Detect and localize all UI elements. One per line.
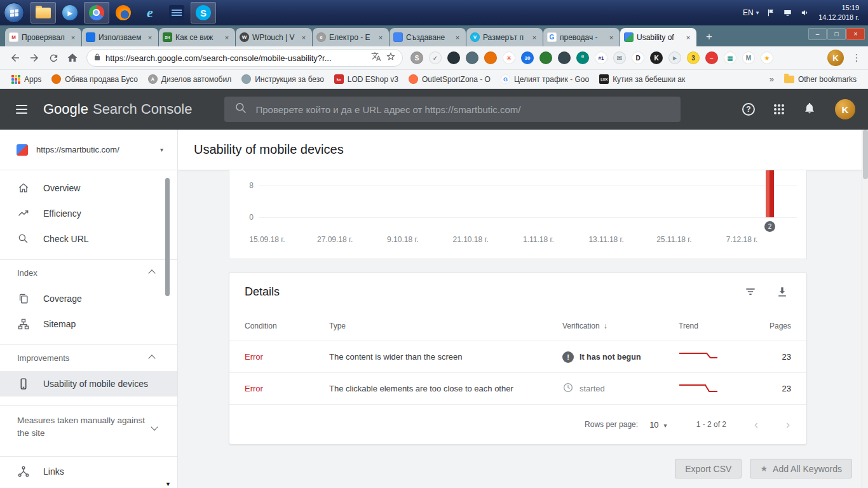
extension-icon-green-dot[interactable] bbox=[539, 51, 552, 64]
hamburger-menu-icon[interactable] bbox=[9, 97, 34, 122]
extension-icon-stop[interactable]: − bbox=[705, 51, 718, 64]
tab-close-icon[interactable] bbox=[607, 33, 616, 42]
action-center-flag-icon[interactable] bbox=[766, 8, 775, 17]
bookmark-item[interactable]: A Дизелов автомобил bbox=[143, 74, 236, 84]
extension-icon-s[interactable]: S bbox=[410, 51, 423, 64]
extension-icon-dark-circle[interactable] bbox=[447, 51, 460, 64]
error-bar[interactable] bbox=[766, 170, 774, 217]
caret-down-icon[interactable] bbox=[664, 422, 667, 429]
sidebar-item-links[interactable]: Links bbox=[0, 456, 177, 487]
sidebar-section-improvements[interactable]: Improvements bbox=[0, 344, 177, 371]
volume-icon[interactable] bbox=[800, 8, 810, 17]
translate-icon[interactable] bbox=[371, 51, 381, 64]
extension-icon-calendar-30[interactable]: 30 bbox=[521, 51, 534, 64]
notifications-bell-icon[interactable] bbox=[803, 102, 816, 117]
browser-tab-3[interactable]: SH Как се виж bbox=[159, 28, 235, 46]
bookmark-item[interactable]: Обява продава Бусо bbox=[46, 74, 142, 84]
extension-icon-hash-1[interactable]: #1 bbox=[595, 51, 607, 64]
sidebar-scroll-down-icon[interactable] bbox=[165, 481, 171, 487]
browser-menu-icon[interactable] bbox=[851, 52, 862, 64]
extension-icon-orange[interactable] bbox=[484, 51, 497, 64]
extension-icon-d[interactable]: D bbox=[632, 51, 644, 64]
column-header-trend[interactable]: Trend bbox=[679, 322, 768, 330]
tab-close-icon[interactable] bbox=[146, 33, 154, 42]
extension-icon-badge-3[interactable]: 3 bbox=[687, 51, 700, 64]
table-row[interactable]: Error The content is wider than the scre… bbox=[229, 341, 806, 373]
sidebar-item-mobile-usability[interactable]: Usability of mobile devices bbox=[0, 371, 177, 396]
new-tab-button[interactable] bbox=[700, 29, 719, 45]
page-scrollbar-thumb[interactable] bbox=[863, 130, 868, 179]
next-page-icon[interactable] bbox=[786, 418, 790, 431]
sidebar-item-overview[interactable]: Overview bbox=[0, 175, 177, 201]
extension-icon-screen[interactable] bbox=[466, 51, 478, 64]
bookmark-item[interactable]: kn LOD EShop v3 bbox=[329, 74, 403, 84]
browser-profile-avatar[interactable]: K bbox=[827, 50, 844, 66]
taskbar-skype-button[interactable]: S bbox=[191, 2, 216, 24]
extension-icon-grid[interactable]: ▦ bbox=[724, 51, 736, 64]
browser-tab-5[interactable]: e Електро - Е bbox=[313, 28, 389, 46]
bookmarks-overflow-icon[interactable] bbox=[764, 74, 779, 84]
filter-icon[interactable] bbox=[743, 284, 758, 299]
back-button[interactable] bbox=[6, 49, 24, 67]
tab-close-icon[interactable] bbox=[453, 33, 462, 42]
gsc-search-input[interactable] bbox=[256, 104, 670, 115]
forward-button[interactable] bbox=[25, 49, 43, 67]
extension-icon-play[interactable]: ▶ bbox=[668, 51, 681, 64]
tab-close-icon[interactable] bbox=[530, 33, 539, 42]
minimize-button[interactable] bbox=[808, 28, 827, 40]
sidebar-section-index[interactable]: Index bbox=[0, 259, 177, 286]
sidebar-item-sitemap[interactable]: Sitemap bbox=[0, 311, 177, 337]
rows-per-page-value[interactable]: 10 bbox=[649, 420, 658, 430]
browser-tab-google[interactable]: G преводач - bbox=[543, 28, 620, 46]
column-header-verification[interactable]: Verification bbox=[562, 322, 679, 330]
address-bar[interactable]: https://search.google.com/search-console… bbox=[86, 49, 403, 67]
home-button[interactable] bbox=[64, 49, 81, 67]
extension-icon-tv[interactable] bbox=[558, 51, 571, 64]
extension-icon-check[interactable]: ✓ bbox=[429, 51, 442, 64]
column-header-type[interactable]: Type bbox=[329, 322, 562, 330]
gsc-account-avatar[interactable]: K bbox=[835, 99, 855, 119]
browser-tab-2[interactable]: Използваем bbox=[82, 28, 158, 46]
sidebar-item-efficiency[interactable]: Efficiency bbox=[0, 201, 177, 226]
extension-icon-k[interactable]: K bbox=[650, 51, 663, 64]
extension-icon-mail[interactable]: ✉ bbox=[613, 51, 626, 64]
extension-icon-m[interactable]: M bbox=[742, 51, 755, 64]
extension-icon-star[interactable]: ★ bbox=[761, 51, 773, 64]
export-csv-button[interactable]: Export CSV bbox=[675, 459, 742, 478]
tab-close-icon[interactable] bbox=[222, 33, 231, 42]
tab-close-icon[interactable] bbox=[684, 33, 693, 42]
browser-tab-wordpress[interactable]: W WPtouch | V bbox=[236, 28, 312, 46]
table-row[interactable]: Error The clickable elements are too clo… bbox=[229, 373, 806, 405]
browser-tab-6[interactable]: Създаване bbox=[390, 28, 466, 46]
column-header-pages[interactable]: Pages bbox=[768, 322, 791, 330]
taskbar-ie-button[interactable]: e bbox=[137, 2, 163, 24]
taskbar-remote-app-button[interactable] bbox=[164, 2, 189, 24]
taskbar-explorer-button[interactable] bbox=[31, 2, 56, 24]
taskbar-chrome-button[interactable] bbox=[84, 2, 109, 24]
browser-tab-active-search-console[interactable]: Usability of bbox=[620, 28, 696, 46]
browser-tab-7[interactable]: V Размерът п bbox=[466, 28, 543, 46]
bookmark-item[interactable]: Инструкция за безо bbox=[236, 74, 329, 84]
previous-page-icon[interactable] bbox=[754, 418, 758, 431]
close-window-button[interactable] bbox=[846, 28, 865, 40]
bookmark-star-icon[interactable] bbox=[386, 51, 396, 64]
sidebar-item-check-url[interactable]: Check URL bbox=[0, 226, 177, 252]
display-icon[interactable] bbox=[783, 8, 792, 17]
apps-shortcut[interactable]: Apps bbox=[6, 75, 46, 84]
bookmark-item[interactable]: G Целият трафик - Goo bbox=[496, 74, 594, 84]
column-header-condition[interactable]: Condition bbox=[245, 322, 329, 330]
gsc-search-box[interactable] bbox=[224, 97, 681, 122]
download-icon[interactable] bbox=[775, 284, 790, 299]
add-all-keywords-button[interactable]: Add All Keywords bbox=[750, 459, 852, 478]
sidebar-scrollbar-thumb[interactable] bbox=[165, 178, 170, 296]
extension-icon-quote[interactable]: “ bbox=[576, 51, 589, 64]
bookmark-item[interactable]: LUX Кутия за бебешки ак bbox=[594, 74, 690, 84]
google-apps-icon[interactable] bbox=[774, 104, 784, 114]
tab-close-icon[interactable] bbox=[69, 33, 78, 42]
gsc-logo[interactable]: GoogleSearch Console bbox=[43, 101, 193, 118]
taskbar-media-player-button[interactable]: ▶ bbox=[57, 2, 83, 24]
page-scrollbar[interactable] bbox=[862, 130, 868, 488]
other-bookmarks-button[interactable]: Other bookmarks bbox=[779, 75, 862, 84]
extension-icon-asterisk[interactable]: ✳ bbox=[503, 51, 515, 64]
reload-button[interactable] bbox=[44, 49, 62, 67]
